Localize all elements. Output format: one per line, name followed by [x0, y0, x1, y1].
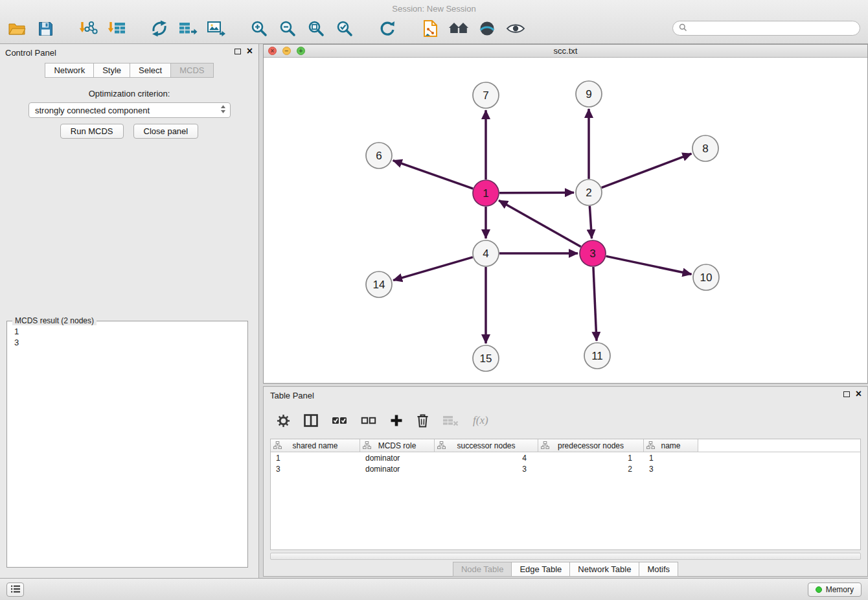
table-cell[interactable]: 1: [644, 454, 698, 463]
close-window-icon[interactable]: [268, 47, 277, 55]
table-tab-edge-table[interactable]: Edge Table: [512, 562, 570, 577]
node-11[interactable]: 11: [584, 343, 610, 369]
import-table-icon[interactable]: [106, 18, 127, 39]
edge-3-11[interactable]: [593, 267, 597, 341]
column-header-shared-name[interactable]: shared name: [271, 439, 360, 452]
panel-toggle-button[interactable]: [6, 583, 24, 597]
edge-4-14[interactable]: [393, 257, 473, 281]
column-tree-icon: [363, 441, 371, 449]
close-panel-icon[interactable]: [247, 47, 253, 55]
search-box[interactable]: [672, 21, 860, 36]
gear-icon[interactable]: [277, 414, 290, 428]
column-header-name[interactable]: name: [644, 439, 698, 452]
close-panel-button[interactable]: Close panel: [133, 124, 199, 139]
table-cell[interactable]: 4: [435, 454, 538, 463]
svg-text:10: 10: [700, 271, 713, 284]
column-tree-icon: [273, 441, 282, 449]
select-all-icon[interactable]: [332, 415, 347, 426]
minimize-window-icon[interactable]: [282, 47, 291, 55]
node-9[interactable]: 9: [576, 81, 602, 107]
network-window-title: scc.txt: [264, 45, 867, 57]
control-panel-title: Control Panel: [5, 48, 56, 58]
edge-3-10[interactable]: [606, 256, 692, 274]
export-image-icon[interactable]: [206, 18, 227, 39]
column-header-predecessor-nodes[interactable]: predecessor nodes: [538, 439, 644, 452]
criterion-dropdown[interactable]: strongly connected component: [29, 102, 231, 118]
float-panel-icon[interactable]: [234, 49, 241, 54]
float-table-panel-icon[interactable]: [843, 391, 850, 397]
table-toolbar: f(x): [277, 411, 488, 430]
network-arrows-icon[interactable]: [149, 18, 170, 39]
import-network-icon[interactable]: [78, 18, 98, 39]
node-2[interactable]: 2: [576, 179, 602, 205]
eye-icon[interactable]: [505, 18, 526, 39]
node-1[interactable]: 1: [473, 180, 499, 206]
trash-icon[interactable]: [417, 413, 429, 428]
node-14[interactable]: 14: [366, 271, 392, 297]
node-8[interactable]: 8: [692, 135, 718, 161]
edge-2-8[interactable]: [602, 154, 692, 187]
table-body: 1dominator4113dominator323: [271, 452, 860, 474]
table-cell[interactable]: 1: [538, 454, 644, 463]
edge-3-1[interactable]: [499, 200, 581, 246]
node-15[interactable]: 15: [473, 345, 499, 371]
table-tab-motifs[interactable]: Motifs: [639, 562, 678, 577]
table-panel-title: Table Panel: [270, 391, 314, 400]
node-4[interactable]: 4: [473, 240, 499, 266]
column-tree-icon: [646, 441, 655, 449]
table-cell[interactable]: 3: [435, 465, 538, 474]
maximize-window-icon[interactable]: [297, 47, 305, 55]
column-header-successor-nodes[interactable]: successor nodes: [435, 439, 538, 452]
refresh-icon[interactable]: [377, 18, 398, 39]
unselect-all-icon[interactable]: [361, 415, 376, 426]
search-input[interactable]: [691, 24, 854, 33]
mcds-result-box: MCDS result (2 nodes) 1 3: [6, 321, 248, 568]
traffic-lights: [268, 47, 305, 55]
svg-text:6: 6: [376, 150, 382, 162]
table-cell[interactable]: 3: [644, 465, 698, 474]
zoom-out-icon[interactable]: [277, 18, 298, 39]
table-cell[interactable]: dominator: [360, 454, 435, 463]
style-document-icon[interactable]: [420, 18, 440, 39]
memory-button[interactable]: Memory: [808, 583, 862, 597]
table-hscrollbar[interactable]: [270, 553, 861, 560]
run-mcds-button[interactable]: Run MCDS: [60, 124, 124, 139]
tab-mcds[interactable]: MCDS: [171, 63, 213, 78]
node-7[interactable]: 7: [473, 82, 499, 108]
home-icon[interactable]: [448, 18, 469, 39]
close-table-panel-icon[interactable]: [856, 390, 862, 398]
dropdown-stepper-icon: [220, 104, 226, 116]
zoom-selected-icon[interactable]: [334, 18, 355, 39]
tab-network[interactable]: Network: [45, 63, 94, 78]
export-table-icon[interactable]: [177, 18, 198, 39]
zoom-in-icon[interactable]: [249, 18, 269, 39]
function-builder-icon[interactable]: f(x): [473, 414, 488, 427]
split-panel-icon[interactable]: [304, 414, 318, 427]
status-bar: Memory: [0, 578, 868, 600]
window-title: Session: New Session: [0, 4, 868, 14]
open-folder-icon[interactable]: [6, 18, 27, 39]
node-3[interactable]: 3: [580, 240, 606, 266]
zoom-fit-icon[interactable]: [306, 18, 326, 39]
style-sphere-icon[interactable]: [477, 18, 497, 39]
tab-select[interactable]: Select: [130, 63, 171, 78]
node-10[interactable]: 10: [693, 264, 719, 290]
edge-1-2[interactable]: [499, 192, 574, 193]
table-cell[interactable]: 2: [538, 465, 644, 474]
memory-label: Memory: [826, 585, 854, 594]
add-icon[interactable]: [390, 414, 403, 427]
save-icon[interactable]: [35, 18, 56, 39]
table-tab-node-table[interactable]: Node Table: [453, 562, 512, 577]
node-6[interactable]: 6: [366, 143, 392, 168]
tab-style[interactable]: Style: [94, 63, 130, 78]
edge-2-3[interactable]: [589, 206, 591, 238]
table-cell[interactable]: 1: [271, 454, 360, 463]
table-cell[interactable]: 3: [271, 465, 360, 474]
table-row[interactable]: 3dominator323: [271, 463, 860, 474]
column-header-MCDS-role[interactable]: MCDS role: [360, 439, 435, 452]
table-tab-network-table[interactable]: Network Table: [570, 562, 639, 577]
edge-1-6[interactable]: [393, 161, 473, 189]
table-row[interactable]: 1dominator411: [271, 452, 860, 463]
table-cell[interactable]: dominator: [360, 465, 435, 474]
network-canvas[interactable]: 7968124314101511: [264, 58, 867, 383]
